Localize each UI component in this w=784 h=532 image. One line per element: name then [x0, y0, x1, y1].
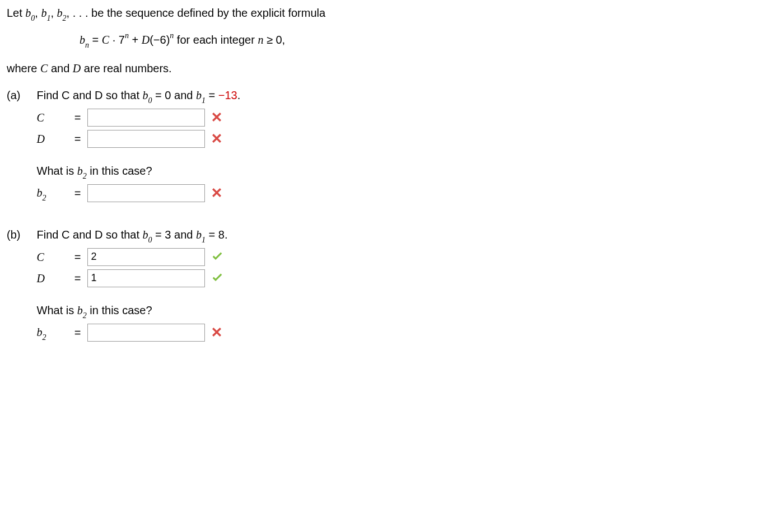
part-b-b2-prompt: What is b2 in this case?	[37, 302, 228, 320]
part-b-c-input[interactable]	[87, 248, 205, 266]
part-b-b2-input[interactable]	[87, 324, 205, 342]
part-b-c-row: C =	[37, 248, 228, 266]
part-b: (b) Find C and D so that b0 = 3 and b1 =…	[7, 226, 777, 346]
part-a-d-input[interactable]	[87, 130, 205, 148]
part-a-b2-input[interactable]	[87, 184, 205, 202]
bn: bn	[80, 34, 89, 46]
b2-var: b2	[57, 7, 67, 19]
b1-var: b1	[41, 7, 50, 19]
part-b-body: Find C and D so that b0 = 3 and b1 = 8. …	[37, 226, 228, 346]
part-a-b2-row: b2 =	[37, 184, 241, 203]
d-label: D	[37, 270, 68, 287]
where-line: where C and D are real numbers.	[7, 60, 777, 77]
c-label: C	[37, 109, 68, 126]
part-a-c-row: C =	[37, 109, 241, 127]
part-b-label: (b)	[7, 226, 34, 243]
c-label: C	[37, 249, 68, 265]
part-a-d-row: D =	[37, 130, 241, 148]
wrong-icon	[211, 111, 224, 124]
part-a-c-input[interactable]	[87, 109, 205, 127]
formula-tail: for each integer	[174, 34, 258, 46]
part-b-d-row: D =	[37, 269, 228, 287]
part-a-b2-prompt: What is b2 in this case?	[37, 162, 241, 181]
part-a-prompt: Find C and D so that b0 = 0 and b1 = −13…	[37, 87, 241, 105]
part-b-prompt: Find C and D so that b0 = 3 and b1 = 8.	[37, 226, 228, 245]
b0-var: b0	[25, 7, 35, 19]
part-a-label: (a)	[7, 87, 34, 104]
part-b-b2-row: b2 =	[37, 324, 228, 342]
let-text: Let	[7, 7, 25, 19]
part-a-body: Find C and D so that b0 = 0 and b1 = −13…	[37, 87, 241, 206]
part-a: (a) Find C and D so that b0 = 0 and b1 =…	[7, 87, 777, 206]
part-b-d-input[interactable]	[87, 269, 205, 287]
check-icon	[211, 250, 224, 264]
neg-value: −13	[218, 89, 237, 101]
intro-tail: be the sequence defined by the explicit …	[88, 7, 326, 19]
ellipsis: , . . .	[67, 7, 88, 19]
b2-label: b2	[37, 184, 68, 203]
b2-label: b2	[37, 324, 68, 342]
intro-line-1: Let b0, b1, b2, . . . be the sequence de…	[7, 4, 777, 23]
d-label: D	[37, 130, 68, 147]
wrong-icon	[211, 186, 224, 200]
wrong-icon	[211, 326, 224, 339]
formula-line: bn = C · 7n + D(−6)n for each integer n …	[7, 31, 777, 50]
wrong-icon	[211, 132, 224, 146]
check-icon	[211, 272, 224, 285]
